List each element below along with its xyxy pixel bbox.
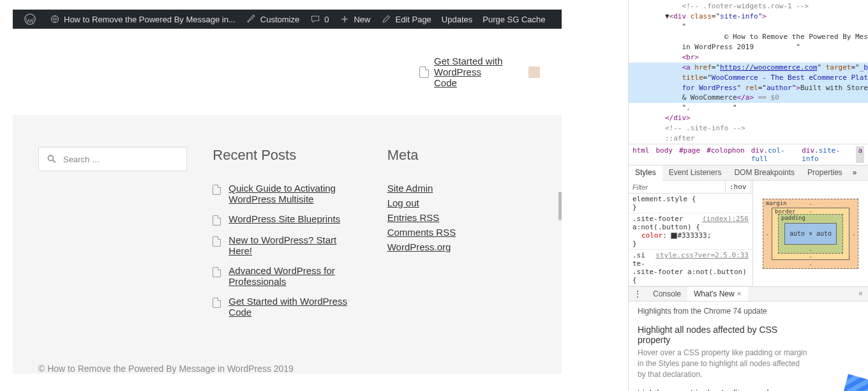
pencil-icon: [380, 13, 392, 25]
new-content-link[interactable]: New: [334, 10, 375, 29]
drawer: ⋮ Console What's New× × Highlights from …: [629, 287, 868, 391]
meta-link[interactable]: WordPress.org: [387, 241, 451, 252]
post-link[interactable]: New to WordPress? Start Here!: [228, 234, 361, 256]
code-line[interactable]: <!-- .footer-widgets.row-1 -->: [629, 1, 868, 12]
code-line[interactable]: for WordPress" rel="author">Built with S…: [629, 83, 868, 93]
color-swatch-icon[interactable]: [671, 233, 677, 239]
post-link[interactable]: WordPress Site Blueprints: [228, 213, 340, 224]
section-title: Highlight all nodes affected by CSS prop…: [638, 325, 808, 345]
avatar: [528, 66, 540, 78]
list-item: Entries RSS: [387, 212, 536, 223]
tab-dom-breakpoints[interactable]: DOM Breakpoints: [728, 165, 801, 180]
scrollbar-thumb[interactable]: [558, 192, 562, 220]
breadcrumb[interactable]: htmlbody#page#colophondiv.col-fulldiv.si…: [629, 144, 868, 165]
breadcrumb-item[interactable]: div.col-full: [751, 146, 795, 163]
footer-widgets: Search … Recent Posts Quick Guide to Act…: [13, 115, 562, 352]
code-line[interactable]: <!-- .site-info -->: [629, 123, 868, 134]
search-placeholder: Search …: [63, 155, 100, 164]
styles-tab-bar: Styles Event Listeners DOM Breakpoints P…: [629, 165, 868, 181]
hov-toggle[interactable]: :hov: [725, 181, 751, 193]
list-item: WordPress Site Blueprints: [213, 213, 361, 226]
updates-link[interactable]: Updates: [437, 10, 477, 29]
code-line[interactable]: </div>: [629, 113, 868, 123]
code-line[interactable]: title="WooCommerce - The Best eCommerce …: [629, 73, 868, 83]
meta-link[interactable]: Site Admin: [387, 183, 433, 194]
wp-logo-menu[interactable]: [19, 10, 44, 29]
post-link[interactable]: Get Started with WordPress Code: [228, 296, 361, 318]
css-rule[interactable]: style.css?ver=2.5.0:33 .si te- .site-foo…: [629, 250, 752, 286]
box-model[interactable]: margin - - - - border - - padding - auto…: [753, 181, 868, 286]
rule-source[interactable]: (index):256: [702, 215, 749, 223]
code-line[interactable]: <br>: [629, 52, 868, 63]
drawer-close-icon[interactable]: ×: [853, 287, 868, 301]
close-icon[interactable]: ×: [737, 289, 742, 298]
tab-properties[interactable]: Properties: [801, 165, 849, 180]
wordpress-logo-icon: [24, 13, 36, 25]
comments-link[interactable]: 0: [304, 10, 334, 29]
css-rule[interactable]: (index):256 .site-footer a:not(.button) …: [629, 213, 752, 250]
padding-label: padding: [781, 215, 805, 221]
purge-cache-link[interactable]: Purge SG Cache: [477, 10, 550, 29]
styles-body: :hov .cls + element.style { } (index):25…: [629, 181, 868, 287]
site-content-area: Get Started with WordPress Code: [13, 29, 562, 115]
whats-new-content: Highlights from the Chrome 74 update Hig…: [629, 302, 868, 391]
section-body: Hover over a CSS property like padding o…: [638, 348, 808, 379]
breadcrumb-item[interactable]: body: [656, 146, 673, 163]
search-box[interactable]: Search …: [38, 147, 187, 171]
list-item: Site Admin: [387, 183, 536, 194]
code-line[interactable]: ▼<div class="site-info">: [629, 12, 868, 22]
document-icon: [213, 298, 221, 308]
list-item: Comments RSS: [387, 227, 536, 238]
next-post-link[interactable]: Get Started with WordPress Code: [419, 56, 540, 88]
code-line[interactable]: ::after: [629, 134, 868, 144]
tabs-overflow-icon[interactable]: »: [849, 165, 861, 180]
document-icon: [213, 215, 221, 226]
recent-posts-title: Recent Posts: [213, 147, 361, 164]
code-line[interactable]: © How to Remove the Powered By Message: [629, 32, 868, 42]
meta-link[interactable]: Comments RSS: [387, 227, 456, 238]
list-item: Advanced WordPress for Professionals: [213, 265, 361, 287]
plus-icon: [339, 13, 350, 25]
tab-styles[interactable]: Styles: [629, 165, 662, 181]
home-icon: [49, 13, 61, 25]
purge-cache-label: Purge SG Cache: [483, 15, 545, 24]
code-line[interactable]: <a href="https://woocommerce.com" target…: [629, 63, 868, 73]
list-item: WordPress.org: [387, 241, 536, 252]
styles-rules: :hov .cls + element.style { } (index):25…: [629, 181, 753, 286]
code-line[interactable]: ": [629, 22, 868, 32]
breadcrumb-item[interactable]: div.site-info: [802, 146, 849, 163]
tab-console[interactable]: Console: [647, 287, 687, 301]
document-icon: [419, 66, 429, 78]
document-icon: [213, 267, 221, 277]
code-line[interactable]: & WooCommerce</a> == $0: [629, 93, 868, 103]
meta-link[interactable]: Entries RSS: [387, 212, 440, 223]
breadcrumb-item[interactable]: html: [632, 146, 650, 163]
whatsnew-section: Lighthouse v4 in the Audits panel Featur…: [638, 388, 859, 391]
site-name-menu[interactable]: How to Remove the Powered By Message in.…: [44, 10, 241, 29]
breadcrumb-item[interactable]: #page: [679, 146, 700, 163]
styles-filter-input[interactable]: [629, 181, 725, 193]
tab-event-listeners[interactable]: Event Listeners: [662, 165, 728, 180]
breadcrumb-item[interactable]: a: [856, 146, 864, 163]
rule-source[interactable]: style.css?ver=2.5.0:33: [655, 251, 749, 259]
code-line[interactable]: in WordPress 2019 ": [629, 42, 868, 52]
post-link[interactable]: Advanced WordPress for Professionals: [228, 265, 361, 287]
code-line[interactable]: ". ": [629, 103, 868, 113]
whatsnew-section: Highlight all nodes affected by CSS prop…: [638, 325, 859, 379]
post-link[interactable]: Quick Guide to Activating WordPress Mult…: [228, 183, 361, 204]
new-label: New: [354, 15, 370, 24]
tab-whats-new[interactable]: What's New×: [687, 287, 748, 301]
margin-label: margin: [766, 200, 787, 206]
site-title-text: How to Remove the Powered By Message in.…: [64, 15, 236, 24]
devtools-panel: <!-- .footer-widgets.row-1 --> ▼<div cla…: [628, 0, 868, 391]
drawer-menu-icon[interactable]: ⋮: [629, 287, 647, 301]
styles-filter-row: :hov .cls +: [629, 181, 752, 194]
edit-page-link[interactable]: Edit Page: [375, 10, 436, 29]
list-item: Quick Guide to Activating WordPress Mult…: [213, 183, 361, 204]
customize-link[interactable]: Customize: [241, 10, 304, 29]
meta-link[interactable]: Log out: [387, 197, 419, 208]
document-icon: [213, 236, 221, 247]
elements-tree[interactable]: <!-- .footer-widgets.row-1 --> ▼<div cla…: [629, 0, 868, 144]
breadcrumb-item[interactable]: #colophon: [707, 146, 745, 163]
element-style-rule[interactable]: element.style { }: [629, 194, 752, 213]
